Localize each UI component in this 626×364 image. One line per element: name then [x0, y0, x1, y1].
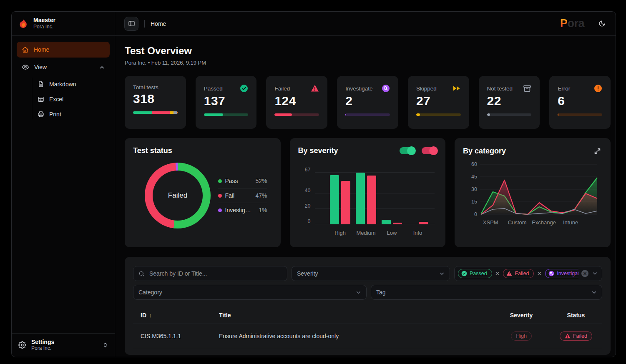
legend-item-pass[interactable]: Pass52% — [218, 174, 267, 188]
stat-label: Passed — [204, 85, 223, 92]
sidebar-toggle-button[interactable] — [124, 17, 138, 31]
sidebar-item-view[interactable]: View — [17, 59, 110, 75]
results-table: ID↑ Title Severity Status CIS.M365.1.1.1… — [133, 306, 602, 348]
cell-id: CIS.M365.1.1.1 — [141, 333, 219, 339]
breadcrumb[interactable]: Home — [151, 20, 166, 27]
warning-triangle-icon — [506, 271, 512, 276]
y-axis-tick: 0 — [298, 218, 311, 224]
expand-button[interactable] — [593, 146, 602, 156]
bars-area: HighMediumLowInfo — [315, 159, 435, 224]
progress-bar — [345, 113, 390, 116]
search-input[interactable] — [148, 270, 282, 277]
column-header-title[interactable]: Title — [219, 312, 492, 319]
stat-value: 27 — [416, 94, 461, 108]
column-header-status[interactable]: Status — [551, 312, 601, 319]
stat-value: 22 — [487, 94, 532, 108]
status-chip-investigate[interactable]: Investigate — [545, 269, 578, 278]
check-circle-icon — [461, 271, 467, 276]
error-circle-icon — [594, 84, 602, 93]
severity-badge: High — [511, 331, 532, 341]
chevron-up-icon — [99, 65, 105, 70]
check-circle-icon — [240, 84, 248, 93]
sidebar-item-excel[interactable]: Excel — [34, 92, 110, 107]
by-severity-card: By severity 6740200HighMediumLowInfo — [290, 138, 446, 247]
column-header-id[interactable]: ID↑ — [141, 312, 219, 319]
category-select-label: Category — [138, 289, 162, 296]
remove-chip-icon[interactable]: ✕ — [537, 270, 542, 277]
app-name: Maester — [33, 17, 55, 24]
expand-icon — [594, 148, 601, 154]
warning-triangle-icon — [311, 84, 319, 93]
series-toggle-failed[interactable] — [422, 147, 437, 154]
chip-wrap: Failed✕ — [503, 269, 542, 278]
table-row[interactable]: CIS.M365.1.1.1Ensure Administrative acco… — [133, 324, 602, 348]
legend-item-investigate[interactable]: Investigate1% — [218, 203, 267, 217]
chevron-down-icon — [591, 290, 597, 295]
severity-select[interactable]: Severity — [292, 266, 450, 281]
page-content: Test Overview Pora Inc. • Feb 11, 2026, … — [115, 36, 616, 357]
clear-filters-icon[interactable]: ✕ — [581, 270, 588, 277]
sidebar-item-home[interactable]: Home — [17, 42, 110, 58]
sidebar-item-label: Home — [34, 46, 49, 53]
progress-bar — [274, 113, 319, 116]
progress-fill — [416, 113, 420, 116]
sidebar-item-markdown[interactable]: Markdown — [34, 77, 110, 92]
sort-asc-icon: ↑ — [149, 312, 152, 319]
bar-failed — [367, 176, 376, 224]
view-submenu: Markdown Excel Print — [27, 77, 110, 122]
category-select[interactable]: Category — [133, 285, 367, 300]
stat-label: Error — [558, 85, 570, 92]
settings-info: Settings Pora Inc. — [31, 339, 54, 352]
progress-segment — [152, 111, 170, 114]
x-axis-label: Intune — [563, 219, 578, 226]
y-axis-tick: 30 — [471, 186, 477, 192]
theme-toggle-button[interactable] — [596, 18, 608, 30]
stat-value: 124 — [274, 94, 319, 108]
progress-bar — [133, 111, 178, 114]
x-axis-label: Custom — [508, 219, 527, 226]
settings-button[interactable]: Settings Pora Inc. — [12, 333, 115, 357]
chip-wrap: Investigate — [545, 269, 578, 278]
search-circle-icon — [548, 271, 554, 276]
series-toggles — [400, 147, 437, 154]
app-window: Maester Pora Inc. Home View — [11, 11, 616, 357]
y-axis-tick: 0 — [474, 211, 477, 217]
severity-bar-chart: 6740200HighMediumLowInfo — [298, 159, 437, 238]
remove-chip-icon[interactable]: ✕ — [495, 270, 500, 277]
bar-failed — [393, 223, 402, 224]
stat-value: 2 — [345, 94, 390, 108]
progress-segment — [133, 111, 152, 114]
toggle-knob — [407, 146, 416, 155]
donut-legend: Pass52%Fail47%Investigate1% — [218, 174, 267, 217]
cell-title: Ensure Administrative accounts are cloud… — [219, 333, 492, 339]
sidebar-nav: Home View Markdown — [12, 36, 115, 122]
table-body: CIS.M365.1.1.1Ensure Administrative acco… — [133, 324, 602, 348]
progress-segment — [173, 111, 176, 114]
progress-bar — [487, 113, 532, 116]
bar-group-medium: Medium — [353, 159, 379, 224]
page-title: Test Overview — [125, 45, 611, 57]
status-badge: Failed — [560, 331, 592, 341]
status-chip-passed[interactable]: Passed — [458, 269, 492, 278]
y-axis-tick: 67 — [298, 167, 311, 173]
status-chip-failed[interactable]: Failed — [503, 269, 534, 278]
chevron-down-icon — [356, 290, 361, 295]
stat-label: Not tested — [487, 85, 513, 92]
series-toggle-passed[interactable] — [400, 147, 415, 154]
stat-card-not-tested: Not tested22 — [479, 76, 540, 129]
y-axis-tick: 45 — [471, 174, 477, 180]
progress-fill — [487, 113, 490, 116]
status-multiselect[interactable]: Passed✕Failed✕Investigate ✕ — [454, 266, 602, 281]
toggle-knob — [429, 146, 438, 155]
sidebar-item-print[interactable]: Print — [34, 107, 110, 122]
x-axis-label: High — [327, 230, 353, 236]
test-status-card: Test status Failed Pass52%Fail47%Investi… — [125, 138, 281, 247]
page-subtitle: Pora Inc. • Feb 11, 2026, 9:19 PM — [125, 60, 611, 66]
progress-segment — [177, 111, 178, 114]
progress-fill — [204, 113, 223, 116]
column-header-severity[interactable]: Severity — [492, 312, 551, 319]
x-axis-label: Low — [379, 230, 405, 236]
tag-select[interactable]: Tag — [371, 285, 602, 300]
legend-item-fail[interactable]: Fail47% — [218, 188, 267, 203]
stat-cards-row: Total tests318Passed137Failed124Investig… — [125, 76, 611, 129]
